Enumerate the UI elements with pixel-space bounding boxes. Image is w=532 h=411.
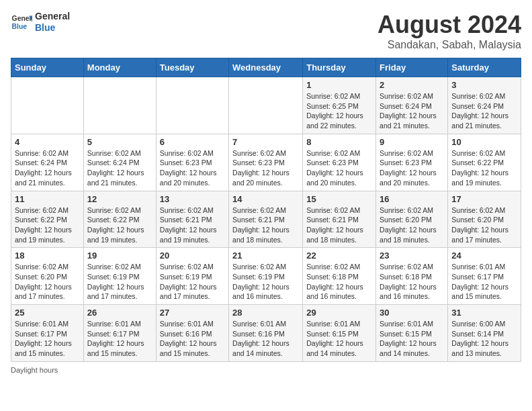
calendar-cell: 15Sunrise: 6:02 AM Sunset: 6:21 PM Dayli… [303,191,376,248]
calendar-cell: 17Sunrise: 6:02 AM Sunset: 6:20 PM Dayli… [448,191,521,248]
day-info: Sunrise: 6:01 AM Sunset: 6:17 PM Dayligh… [451,262,517,302]
calendar-cell: 4Sunrise: 6:02 AM Sunset: 6:24 PM Daylig… [11,134,84,191]
calendar-cell: 31Sunrise: 6:00 AM Sunset: 6:14 PM Dayli… [448,305,521,362]
day-number: 10 [451,137,517,147]
logo: General Blue General Blue [11,11,70,34]
logo-general: General [35,11,70,22]
day-number: 29 [306,308,372,318]
weekday-header-thursday: Thursday [303,58,376,77]
day-info: Sunrise: 6:02 AM Sunset: 6:22 PM Dayligh… [15,205,80,245]
calendar-cell: 13Sunrise: 6:02 AM Sunset: 6:21 PM Dayli… [156,191,228,248]
calendar-cell: 6Sunrise: 6:02 AM Sunset: 6:23 PM Daylig… [156,134,228,191]
day-info: Sunrise: 6:02 AM Sunset: 6:24 PM Dayligh… [451,91,517,131]
logo-blue: Blue [35,22,70,34]
day-info: Sunrise: 6:02 AM Sunset: 6:22 PM Dayligh… [87,205,152,245]
day-number: 2 [380,80,444,90]
day-number: 26 [87,308,152,318]
day-number: 14 [232,194,299,204]
day-info: Sunrise: 6:02 AM Sunset: 6:20 PM Dayligh… [380,205,444,245]
day-info: Sunrise: 6:02 AM Sunset: 6:23 PM Dayligh… [306,148,372,188]
calendar-cell: 21Sunrise: 6:02 AM Sunset: 6:19 PM Dayli… [229,248,303,305]
svg-text:General: General [12,15,32,22]
day-number: 4 [15,137,80,147]
day-number: 15 [306,194,372,204]
weekday-header-sunday: Sunday [11,58,84,77]
day-number: 24 [451,250,517,261]
day-info: Sunrise: 6:02 AM Sunset: 6:25 PM Dayligh… [306,91,372,131]
day-number: 8 [306,137,372,147]
calendar-cell: 1Sunrise: 6:02 AM Sunset: 6:25 PM Daylig… [303,77,376,134]
day-number: 23 [380,250,444,261]
day-number: 11 [15,194,80,204]
day-number: 31 [451,308,517,318]
day-number: 25 [15,308,80,318]
day-info: Sunrise: 6:02 AM Sunset: 6:20 PM Dayligh… [15,262,80,302]
day-number: 16 [380,194,444,204]
day-info: Sunrise: 6:02 AM Sunset: 6:24 PM Dayligh… [380,91,444,131]
day-number: 27 [160,308,225,318]
calendar-cell: 23Sunrise: 6:02 AM Sunset: 6:18 PM Dayli… [376,248,448,305]
svg-text:Blue: Blue [12,22,28,30]
calendar-cell: 22Sunrise: 6:02 AM Sunset: 6:18 PM Dayli… [303,248,376,305]
day-info: Sunrise: 6:01 AM Sunset: 6:15 PM Dayligh… [380,319,444,359]
day-number: 3 [451,80,517,90]
title-block: August 2024 Sandakan, Sabah, Malaysia [378,11,521,51]
day-number: 28 [232,308,299,318]
calendar-cell [83,77,156,134]
calendar-cell: 7Sunrise: 6:02 AM Sunset: 6:23 PM Daylig… [229,134,303,191]
logo-icon: General Blue [11,11,32,33]
calendar-cell: 25Sunrise: 6:01 AM Sunset: 6:17 PM Dayli… [11,305,84,362]
page-header: General Blue General Blue August 2024 Sa… [11,11,521,51]
main-title: August 2024 [378,11,521,39]
calendar-cell: 20Sunrise: 6:02 AM Sunset: 6:19 PM Dayli… [156,248,228,305]
calendar-cell [229,77,303,134]
day-info: Sunrise: 6:02 AM Sunset: 6:22 PM Dayligh… [451,148,517,188]
calendar-cell: 29Sunrise: 6:01 AM Sunset: 6:15 PM Dayli… [303,305,376,362]
calendar-cell: 19Sunrise: 6:02 AM Sunset: 6:19 PM Dayli… [83,248,156,305]
day-info: Sunrise: 6:01 AM Sunset: 6:17 PM Dayligh… [87,319,152,359]
day-number: 30 [380,308,444,318]
day-info: Sunrise: 6:02 AM Sunset: 6:24 PM Dayligh… [15,148,80,188]
calendar-table: SundayMondayTuesdayWednesdayThursdayFrid… [11,58,521,362]
calendar-cell: 11Sunrise: 6:02 AM Sunset: 6:22 PM Dayli… [11,191,84,248]
day-number: 6 [160,137,225,147]
day-info: Sunrise: 6:00 AM Sunset: 6:14 PM Dayligh… [451,319,517,359]
day-info: Sunrise: 6:02 AM Sunset: 6:23 PM Dayligh… [232,148,299,188]
day-info: Sunrise: 6:02 AM Sunset: 6:21 PM Dayligh… [232,205,299,245]
calendar-cell: 8Sunrise: 6:02 AM Sunset: 6:23 PM Daylig… [303,134,376,191]
calendar-cell: 27Sunrise: 6:01 AM Sunset: 6:16 PM Dayli… [156,305,228,362]
day-number: 12 [87,194,152,204]
calendar-cell: 12Sunrise: 6:02 AM Sunset: 6:22 PM Dayli… [83,191,156,248]
day-info: Sunrise: 6:02 AM Sunset: 6:24 PM Dayligh… [87,148,152,188]
day-number: 20 [160,250,225,261]
calendar-cell: 10Sunrise: 6:02 AM Sunset: 6:22 PM Dayli… [448,134,521,191]
day-info: Sunrise: 6:02 AM Sunset: 6:23 PM Dayligh… [160,148,225,188]
sub-title: Sandakan, Sabah, Malaysia [378,39,521,51]
day-info: Sunrise: 6:01 AM Sunset: 6:16 PM Dayligh… [160,319,225,359]
weekday-header-tuesday: Tuesday [156,58,228,77]
day-info: Sunrise: 6:02 AM Sunset: 6:21 PM Dayligh… [306,205,372,245]
calendar-cell: 28Sunrise: 6:01 AM Sunset: 6:16 PM Dayli… [229,305,303,362]
day-info: Sunrise: 6:02 AM Sunset: 6:20 PM Dayligh… [451,205,517,245]
day-info: Sunrise: 6:02 AM Sunset: 6:21 PM Dayligh… [160,205,225,245]
day-info: Sunrise: 6:02 AM Sunset: 6:23 PM Dayligh… [380,148,444,188]
day-info: Sunrise: 6:02 AM Sunset: 6:18 PM Dayligh… [306,262,372,302]
day-number: 1 [306,80,372,90]
calendar-cell: 24Sunrise: 6:01 AM Sunset: 6:17 PM Dayli… [448,248,521,305]
weekday-header-friday: Friday [376,58,448,77]
day-number: 22 [306,250,372,261]
calendar-cell: 14Sunrise: 6:02 AM Sunset: 6:21 PM Dayli… [229,191,303,248]
calendar-cell: 16Sunrise: 6:02 AM Sunset: 6:20 PM Dayli… [376,191,448,248]
weekday-header-monday: Monday [83,58,156,77]
day-number: 21 [232,250,299,261]
calendar-cell: 26Sunrise: 6:01 AM Sunset: 6:17 PM Dayli… [83,305,156,362]
footer-note: Daylight hours [11,366,521,374]
day-info: Sunrise: 6:01 AM Sunset: 6:16 PM Dayligh… [232,319,299,359]
day-number: 5 [87,137,152,147]
day-number: 17 [451,194,517,204]
day-number: 19 [87,250,152,261]
day-info: Sunrise: 6:02 AM Sunset: 6:18 PM Dayligh… [380,262,444,302]
calendar-cell [156,77,228,134]
weekday-header-saturday: Saturday [448,58,521,77]
day-info: Sunrise: 6:01 AM Sunset: 6:17 PM Dayligh… [15,319,80,359]
